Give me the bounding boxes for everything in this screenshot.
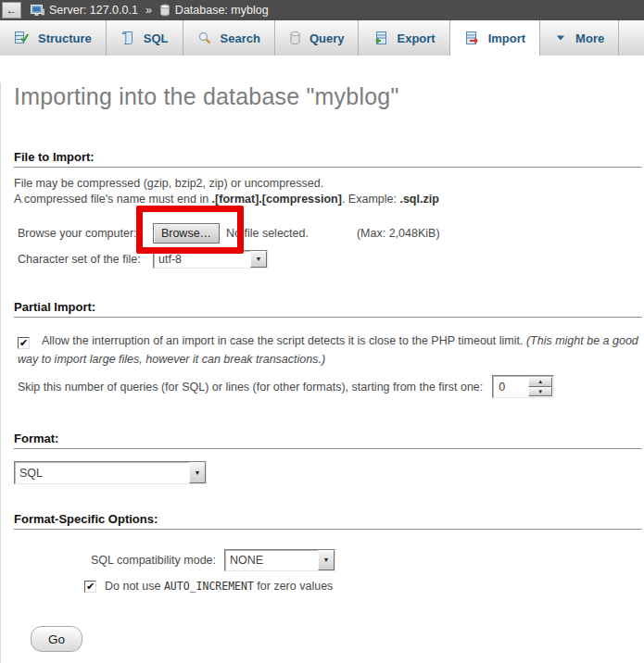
- database-icon: [159, 4, 170, 17]
- back-button[interactable]: ←: [2, 2, 21, 19]
- skip-queries-input[interactable]: 0 ▲ ▼: [492, 375, 554, 398]
- go-button[interactable]: Go: [31, 626, 82, 652]
- query-icon: [289, 31, 301, 45]
- sql-compat-value: NONE: [225, 554, 263, 567]
- compress-info-line2: A compressed file's name must end in: [14, 193, 212, 206]
- tab-query[interactable]: Query: [275, 20, 360, 56]
- breadcrumb-separator: »: [145, 4, 152, 17]
- tab-structure[interactable]: Structure: [0, 20, 107, 56]
- dropdown-arrow-icon[interactable]: ▼: [318, 550, 335, 570]
- breadcrumb-bar: ← Server: 127.0.0.1 » Database: myblog: [0, 0, 644, 20]
- page-title: Importing into the database "myblog": [14, 82, 642, 110]
- skip-queries-label: Skip this number of queries (for SQL) or…: [18, 381, 483, 394]
- structure-icon: [14, 31, 30, 45]
- chevron-down-icon: [554, 31, 567, 44]
- tab-sql[interactable]: SQL: [107, 20, 183, 56]
- format-heading: Format:: [14, 432, 642, 449]
- format-options-heading: Format-Specific Options:: [14, 513, 642, 530]
- sql-icon: [120, 31, 135, 45]
- allow-interruption-row: ✔Allow the interruption of an import in …: [14, 332, 642, 369]
- search-icon: [197, 31, 212, 45]
- browse-row: Browse your computer: Browse… No file se…: [14, 222, 642, 244]
- tabbar-filler: [619, 20, 644, 56]
- main-content: Importing into the database "myblog" Fil…: [0, 82, 644, 663]
- import-icon: [464, 31, 480, 45]
- charset-label: Character set of the file:: [14, 253, 153, 266]
- browse-button[interactable]: Browse…: [153, 223, 220, 244]
- breadcrumb: Server: 127.0.0.1 » Database: myblog: [31, 4, 269, 17]
- dropdown-arrow-icon[interactable]: ▼: [250, 251, 267, 268]
- tab-import[interactable]: Import: [450, 20, 540, 56]
- example-value: .sql.zip: [399, 193, 438, 206]
- file-import-heading: File to Import:: [14, 151, 642, 168]
- breadcrumb-database[interactable]: Database: myblog: [175, 4, 269, 17]
- compress-info-line1: File may be compressed (gzip, bzip2, zip…: [14, 177, 323, 190]
- sql-compat-label: SQL compatibility mode:: [91, 554, 216, 567]
- breadcrumb-server[interactable]: Server: 127.0.0.1: [49, 4, 138, 17]
- format-select-value: SQL: [15, 467, 43, 480]
- auto-increment-checkbox[interactable]: ✔: [84, 581, 96, 593]
- tab-search-label: Search: [221, 31, 260, 45]
- spinner-down-icon[interactable]: ▼: [528, 387, 552, 397]
- tab-more[interactable]: More: [540, 20, 619, 56]
- export-icon: [373, 31, 388, 45]
- tab-more-label: More: [575, 31, 604, 45]
- file-import-info: File may be compressed (gzip, bzip2, zip…: [14, 176, 642, 206]
- no-file-text: No file selected.: [226, 227, 309, 240]
- auto-increment-row: ✔ Do not use AUTO_INCREMENT for zero val…: [84, 579, 642, 594]
- tab-query-label: Query: [309, 31, 345, 45]
- sql-compat-select[interactable]: NONE ▼: [224, 549, 335, 571]
- spinner-up-icon[interactable]: ▲: [528, 377, 552, 387]
- charset-select-value: utf-8: [154, 253, 182, 266]
- allow-interruption-checkbox[interactable]: ✔: [18, 337, 30, 349]
- server-icon: [31, 4, 44, 17]
- partial-import-heading: Partial Import:: [14, 301, 642, 318]
- charset-row: Character set of the file: utf-8 ▼: [14, 249, 642, 269]
- allow-interruption-text: Allow the interruption of an import in c…: [42, 334, 526, 347]
- browse-label: Browse your computer:: [14, 227, 153, 240]
- auto-increment-text: Do not use AUTO_INCREMENT for zero value…: [105, 580, 333, 593]
- max-size-text: (Max: 2,048KiB): [357, 227, 440, 240]
- sql-compat-row: SQL compatibility mode: NONE ▼: [91, 548, 642, 571]
- dropdown-arrow-icon[interactable]: ▼: [189, 462, 206, 483]
- format-compression-hint: .[format].[compression]: [212, 193, 342, 206]
- skip-queries-value: 0: [493, 381, 528, 394]
- auto-increment-code: AUTO_INCREMENT: [164, 580, 254, 593]
- charset-select[interactable]: utf-8 ▼: [153, 250, 268, 269]
- tab-search[interactable]: Search: [183, 20, 275, 56]
- zero-prefix: Do not use: [105, 580, 164, 593]
- spinner-buttons: ▲ ▼: [528, 377, 552, 396]
- tab-export-label: Export: [397, 31, 435, 45]
- tab-structure-label: Structure: [38, 31, 92, 45]
- skip-queries-row: Skip this number of queries (for SQL) or…: [14, 375, 642, 398]
- tab-export[interactable]: Export: [359, 20, 449, 56]
- zero-suffix: for zero values: [254, 580, 333, 593]
- tab-import-label: Import: [488, 31, 525, 45]
- tab-sql-label: SQL: [144, 31, 169, 45]
- format-select[interactable]: SQL ▼: [14, 461, 207, 484]
- tab-bar: Structure SQL Search Query Export: [0, 20, 644, 56]
- example-label: . Example:: [342, 193, 400, 206]
